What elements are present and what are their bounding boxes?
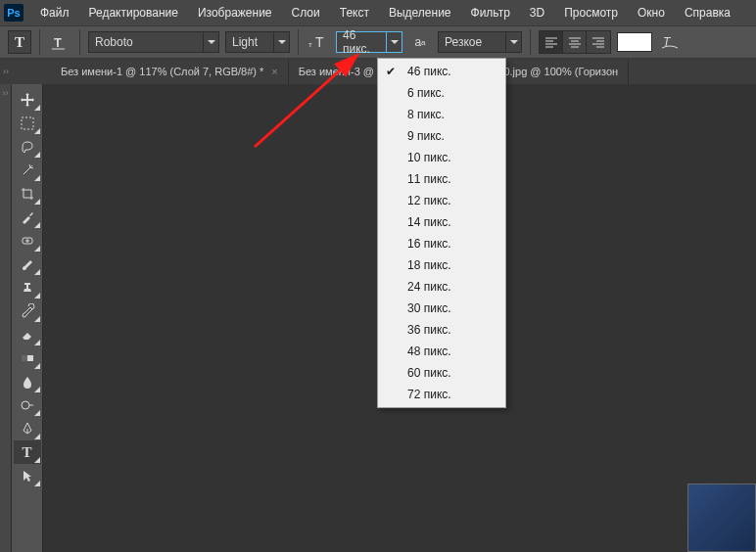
size-option[interactable]: 10 пикс.: [378, 147, 505, 168]
font-size-icon: тT: [307, 30, 330, 54]
svg-point-23: [22, 401, 29, 409]
svg-rect-22: [22, 355, 27, 361]
antialias-dropdown[interactable]: Резкое: [438, 31, 522, 53]
lasso-tool[interactable]: [14, 135, 41, 159]
type-tool[interactable]: T: [14, 440, 41, 464]
menu-window[interactable]: Окно: [629, 2, 674, 23]
font-style-dropdown[interactable]: Light: [225, 31, 290, 53]
eraser-tool[interactable]: [14, 323, 41, 346]
move-tool[interactable]: [14, 88, 41, 112]
magic-wand-tool[interactable]: [14, 159, 41, 182]
size-option[interactable]: 8 пикс.: [378, 104, 505, 125]
blur-tool[interactable]: [14, 370, 41, 393]
close-tab-icon[interactable]: ×: [271, 66, 277, 77]
pen-tool[interactable]: [14, 417, 41, 440]
menu-image[interactable]: Изображение: [189, 2, 281, 23]
font-family-dropdown[interactable]: Roboto: [88, 31, 219, 53]
menu-3d[interactable]: 3D: [521, 2, 553, 23]
svg-text:T: T: [315, 34, 324, 50]
navigator-thumbnail[interactable]: [687, 483, 756, 552]
menu-edit[interactable]: Редактирование: [80, 2, 187, 23]
align-right-button[interactable]: [587, 31, 610, 53]
crop-tool[interactable]: [14, 182, 41, 206]
size-option[interactable]: 60 пикс.: [378, 362, 505, 384]
align-center-button[interactable]: [563, 31, 587, 53]
size-option[interactable]: 9 пикс.: [378, 125, 505, 147]
size-option[interactable]: 18 пикс.: [378, 254, 505, 276]
size-option[interactable]: 36 пикс.: [378, 319, 505, 341]
menu-bar: Ps Файл Редактирование Изображение Слои …: [0, 0, 756, 25]
font-style-value[interactable]: Light: [225, 31, 274, 53]
panel-strip[interactable]: ››: [0, 84, 12, 552]
font-size-arrow[interactable]: [387, 31, 402, 53]
menu-file[interactable]: Файл: [31, 2, 78, 23]
text-orientation-button[interactable]: T: [48, 30, 71, 54]
ps-logo: Ps: [4, 4, 24, 22]
size-option[interactable]: 48 пикс.: [378, 341, 505, 362]
antialias-value[interactable]: Резкое: [438, 31, 506, 53]
check-icon: ✔: [386, 65, 396, 78]
font-size-dropdown[interactable]: 46 пикс.: [336, 31, 402, 53]
marquee-tool[interactable]: [14, 112, 41, 135]
align-left-button[interactable]: [540, 31, 563, 53]
document-tab-1[interactable]: Без имени-1 @ 117% (Слой 7, RGB/8#) * ×: [51, 59, 289, 84]
toolbox: T: [12, 84, 43, 552]
size-option[interactable]: 6 пикс.: [378, 82, 505, 104]
size-option[interactable]: 11 пикс.: [378, 168, 505, 190]
font-size-menu: ✔46 пикс. 6 пикс. 8 пикс. 9 пикс. 10 пик…: [377, 58, 506, 408]
size-option[interactable]: ✔46 пикс.: [378, 61, 505, 82]
menu-text[interactable]: Текст: [331, 2, 378, 23]
eyedropper-tool[interactable]: [14, 206, 41, 229]
font-size-value[interactable]: 46 пикс.: [336, 31, 387, 53]
text-color-swatch[interactable]: [617, 32, 652, 52]
size-option[interactable]: 16 пикс.: [378, 233, 505, 254]
dodge-tool[interactable]: [14, 393, 41, 417]
svg-text:т: т: [308, 40, 312, 49]
font-family-arrow[interactable]: [204, 31, 219, 53]
menu-help[interactable]: Справка: [676, 2, 739, 23]
antialias-arrow[interactable]: [506, 31, 522, 53]
gradient-tool[interactable]: [14, 346, 41, 370]
antialias-icon: aa: [408, 30, 432, 54]
text-align-group: [539, 30, 611, 54]
size-option[interactable]: 12 пикс.: [378, 190, 505, 211]
font-family-value[interactable]: Roboto: [88, 31, 204, 53]
document-tab-2[interactable]: Без имени-3 @: [289, 59, 385, 84]
size-option[interactable]: 72 пикс.: [378, 384, 505, 405]
svg-rect-17: [22, 117, 33, 129]
history-brush-tool[interactable]: [14, 299, 41, 323]
path-select-tool[interactable]: [14, 464, 41, 487]
size-option[interactable]: 24 пикс.: [378, 276, 505, 298]
tab-handle-icon[interactable]: ››: [0, 59, 12, 84]
size-option[interactable]: 14 пикс.: [378, 211, 505, 233]
tab-title: Без имени-1 @ 117% (Слой 7, RGB/8#) *: [61, 66, 263, 77]
menu-filter[interactable]: Фильтр: [462, 2, 519, 23]
warp-text-button[interactable]: T: [658, 30, 682, 54]
menu-view[interactable]: Просмотр: [555, 2, 627, 23]
tab-title: Без имени-3 @: [299, 66, 374, 77]
svg-text:T: T: [54, 35, 62, 50]
brush-tool[interactable]: [14, 253, 41, 276]
clone-stamp-tool[interactable]: [14, 276, 41, 299]
current-tool-icon[interactable]: T: [8, 30, 31, 54]
font-style-arrow[interactable]: [274, 31, 290, 53]
healing-brush-tool[interactable]: [14, 229, 41, 253]
options-bar: T T Roboto Light тT 46 пикс. aa Резкое T: [0, 25, 756, 59]
menu-layers[interactable]: Слои: [283, 2, 329, 23]
menu-select[interactable]: Выделение: [380, 2, 460, 23]
size-option[interactable]: 30 пикс.: [378, 298, 505, 319]
